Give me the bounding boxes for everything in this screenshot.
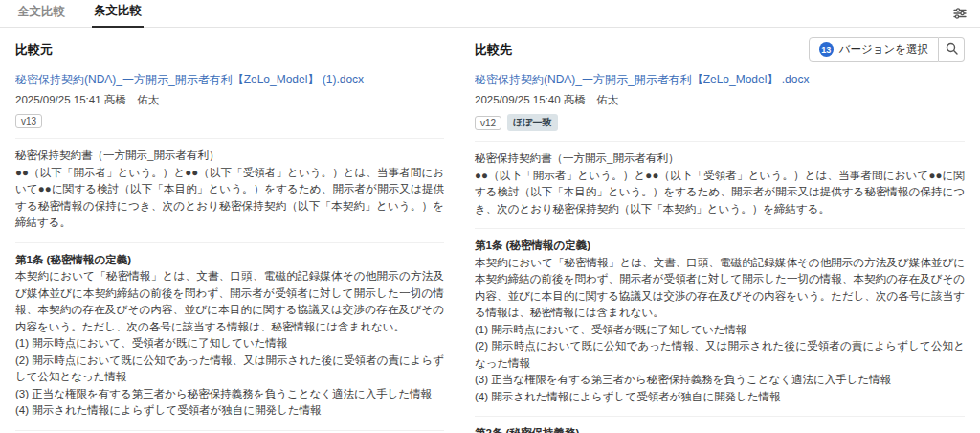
article-heading: 第2条 (秘密保持義務) [475, 425, 965, 433]
contract-block: 第2条 (秘密保持義務)1. 受領者は、秘密情報を厳に秘密として保持し、事前に開… [475, 416, 965, 433]
target-document-meta: 2025/09/25 15:40 髙橋 佑太 [475, 93, 965, 107]
contract-paragraph: 秘密保持契約書（一方開示_開示者有利） [15, 148, 444, 165]
target-pane: 比較先 13 バージョンを選択 秘密保持契約(NDA)_一方開示_開示者有利【Z… [475, 28, 965, 433]
article-heading: 第1条 (秘密情報の定義) [15, 252, 444, 269]
version-select-button[interactable]: 13 バージョンを選択 [809, 37, 939, 62]
source-pane-title: 比較元 [15, 41, 53, 58]
comparison-tabbar: 全文比較 条文比較 [0, 0, 980, 28]
contract-paragraph: (3) 正当な権限を有する第三者から秘密保持義務を負うことなく適法に入手した情報 [15, 386, 444, 403]
contract-paragraph: (4) 開示された情報によらずして受領者が独自に開発した情報 [15, 402, 444, 420]
contract-paragraph: ●●（以下「開示者」という。）と●●（以下「受領者」という。）とは、当事者間にお… [475, 168, 965, 218]
source-document-link[interactable]: 秘密保持契約(NDA)_一方開示_開示者有利【ZeLo_Model】 (1).d… [15, 72, 444, 88]
contract-paragraph: (1) 開示時点において、受領者が既に了知していた情報 [15, 335, 444, 353]
version-select-label: バージョンを選択 [839, 42, 928, 57]
contract-paragraph: (4) 開示された情報によらずして受領者が独自に開発した情報 [475, 389, 965, 406]
match-status-badge: ほぼ一致 [507, 114, 557, 131]
target-document-author: 髙橋 佑太 [564, 94, 619, 105]
search-icon [946, 42, 958, 57]
target-pane-title: 比較先 [475, 41, 512, 58]
contract-block: 第1条 (秘密情報の定義)本契約において「秘密情報」とは、文書、口頭、電磁的記録… [475, 228, 965, 416]
source-document-author: 髙橋 佑太 [104, 94, 160, 105]
contract-paragraph: (2) 開示時点において既に公知であった情報、又は開示された後に受領者の責によら… [15, 353, 444, 386]
contract-paragraph: ●●（以下「開示者」という。）と●●（以下「受領者」という。）とは、当事者間にお… [15, 165, 444, 232]
contract-block: 秘密保持契約書（一方開示_開示者有利）●●（以下「開示者」という。）と●●（以下… [15, 138, 444, 242]
target-version-badge: v12 [475, 116, 501, 130]
tab-article-comparison[interactable]: 条文比較 [92, 0, 144, 28]
target-document-link[interactable]: 秘密保持契約(NDA)_一方開示_開示者有利【ZeLo_Model】 .docx [475, 72, 965, 88]
contract-block: 第2条 (秘密保持義務)1. 受領者は、秘密情報を厳に秘密として保持し、事前に開… [15, 430, 444, 433]
source-version-badge: v13 [15, 114, 42, 128]
sliders-icon [953, 9, 967, 23]
contract-block: 秘密保持契約書（一方開示_開示者有利）●●（以下「開示者」という。）と●●（以下… [475, 141, 965, 228]
target-document-body: 秘密保持契約書（一方開示_開示者有利）●●（以下「開示者」という。）と●●（以下… [475, 141, 965, 433]
tab-full-text-comparison[interactable]: 全文比較 [15, 0, 67, 27]
source-document-meta: 2025/09/25 15:41 髙橋 佑太 [15, 93, 444, 107]
comparison-content: 比較元 秘密保持契約(NDA)_一方開示_開示者有利【ZeLo_Model】 (… [0, 28, 980, 433]
contract-paragraph: 秘密保持契約書（一方開示_開示者有利） [475, 150, 965, 168]
contract-paragraph: (1) 開示時点において、受領者が既に了知していた情報 [475, 322, 965, 339]
source-document-body: 秘密保持契約書（一方開示_開示者有利）●●（以下「開示者」という。）と●●（以下… [15, 138, 444, 433]
contract-block: 第1条 (秘密情報の定義)本契約において「秘密情報」とは、文書、口頭、電磁的記録… [15, 242, 444, 430]
source-pane: 比較元 秘密保持契約(NDA)_一方開示_開示者有利【ZeLo_Model】 (… [15, 28, 444, 433]
source-document-date: 2025/09/25 15:41 [15, 94, 101, 105]
search-button[interactable] [939, 37, 965, 62]
display-settings-button[interactable] [951, 5, 969, 25]
contract-paragraph: 本契約において「秘密情報」とは、文書、口頭、電磁的記録媒体その他開示の方法及び媒… [15, 268, 444, 335]
contract-paragraph: 本契約において「秘密情報」とは、文書、口頭、電磁的記録媒体その他開示の方法及び媒… [475, 255, 965, 322]
article-heading: 第1条 (秘密情報の定義) [475, 238, 965, 255]
contract-paragraph: (3) 正当な権限を有する第三者から秘密保持義務を負うことなく適法に入手した情報 [475, 372, 965, 389]
contract-paragraph: (2) 開示時点において既に公知であった情報、又は開示された後に受領者の責によら… [475, 338, 965, 372]
target-document-date: 2025/09/25 15:40 [475, 94, 561, 105]
version-count-badge: 13 [819, 42, 834, 57]
